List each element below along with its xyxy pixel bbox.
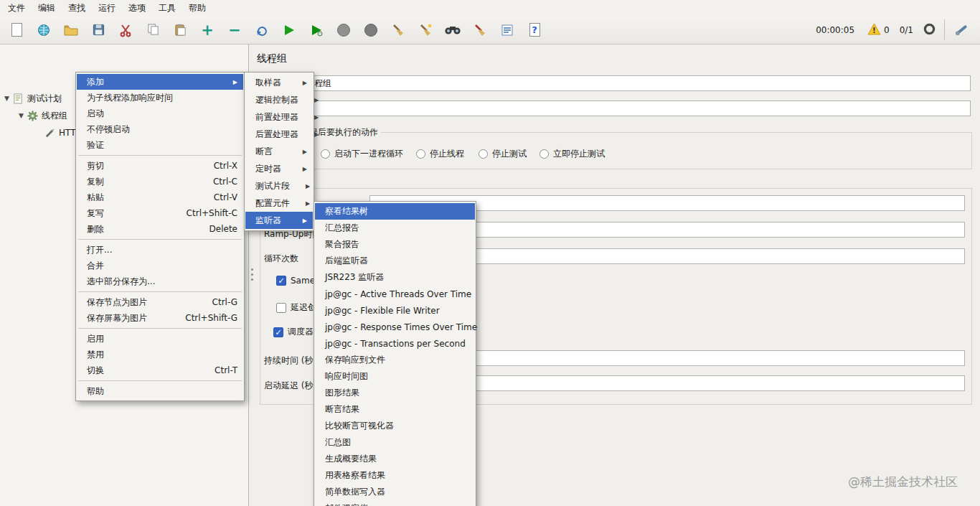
listener-menu-item[interactable]: 汇总报告 xyxy=(315,220,475,236)
scheduler-checkbox[interactable]: 调度器 xyxy=(273,326,314,338)
warning-icon[interactable]: ! xyxy=(867,23,881,37)
split-divider-handle[interactable] xyxy=(251,268,253,271)
add-submenu-item[interactable]: 配置元件 ▶ xyxy=(245,195,313,212)
toggle-icon[interactable] xyxy=(253,21,271,39)
radio-label: 停止测试 xyxy=(492,148,527,160)
listener-menu-item[interactable]: 生成概要结果 xyxy=(315,451,475,467)
listener-menu-item[interactable]: 响应时间图 xyxy=(315,368,475,385)
reset-search-icon[interactable] xyxy=(471,21,489,39)
listener-menu-item[interactable]: jp@gc - Active Threads Over Time xyxy=(315,286,475,302)
context-menu-item[interactable]: 添加 ▶ xyxy=(77,74,243,90)
listener-menu-item[interactable]: 用表格察看结果 xyxy=(315,467,475,484)
listener-submenu: 察看结果树 汇总报告 聚合报告 后端监听器 JSR223 监听器 jp@gc -… xyxy=(314,201,476,506)
context-menu-item[interactable]: 保存屏幕为图片 Ctrl+Shift-G ▶ xyxy=(77,310,243,326)
listener-menu-item[interactable]: jp@gc - Response Times Over Time xyxy=(315,319,475,335)
search-icon[interactable] xyxy=(443,21,462,39)
expander-icon[interactable]: ▼ xyxy=(4,95,9,102)
context-menu-item[interactable]: 验证 ▶ xyxy=(77,137,243,153)
menubar-item[interactable]: 查找 xyxy=(62,0,92,16)
copy-icon[interactable] xyxy=(143,21,162,39)
expander-icon[interactable]: ▼ xyxy=(19,112,24,119)
context-menu-item[interactable]: ▶ xyxy=(77,289,243,294)
listener-menu-item[interactable]: jp@gc - Flexible File Writer xyxy=(315,302,475,319)
listener-menu-item[interactable]: 汇总图 xyxy=(315,434,475,451)
action-radio-option[interactable]: 停止测试 xyxy=(479,148,527,160)
listener-menu-item[interactable]: 察看结果树 xyxy=(315,203,475,220)
clear-all-icon[interactable] xyxy=(416,21,435,39)
context-menu-item[interactable]: 为子线程添加响应时间 ▶ xyxy=(77,90,243,106)
add-submenu-item[interactable]: 取样器 ▶ xyxy=(245,74,313,91)
context-menu-item[interactable]: 打开... ▶ xyxy=(77,242,243,258)
add-submenu-item[interactable]: 测试片段 ▶ xyxy=(245,177,313,195)
radio-icon xyxy=(479,149,488,159)
expand-all-icon[interactable]: + xyxy=(198,21,217,39)
toolbox-icon[interactable] xyxy=(944,19,973,40)
add-submenu-item[interactable]: 逻辑控制器 ▶ xyxy=(245,91,313,108)
comment-field[interactable] xyxy=(301,100,971,116)
paste-icon[interactable] xyxy=(171,21,189,39)
action-radio-option[interactable]: 启动下一进程循环 xyxy=(321,148,403,160)
context-menu-item[interactable]: 不停顿启动 ▶ xyxy=(77,121,243,137)
context-menu-item[interactable]: 启用 ▶ xyxy=(77,331,243,347)
clear-icon[interactable] xyxy=(389,21,407,39)
listener-menu-item[interactable]: 比较断言可视化器 xyxy=(315,418,475,434)
new-file-icon[interactable] xyxy=(7,21,26,39)
context-menu-item[interactable]: 帮助 ▶ xyxy=(77,383,243,399)
listener-menu-item[interactable]: 聚合报告 xyxy=(315,236,475,253)
listener-menu-item[interactable]: 后端监听器 xyxy=(315,253,475,269)
add-submenu-item[interactable]: 前置处理器 ▶ xyxy=(245,108,313,126)
context-menu-item[interactable]: ▶ xyxy=(77,378,243,383)
context-menu-item[interactable]: 保存节点为图片 Ctrl-G ▶ xyxy=(77,294,243,310)
action-radio-option[interactable]: 立即停止测试 xyxy=(540,148,605,160)
menubar-item[interactable]: 运行 xyxy=(92,0,122,16)
context-menu-item[interactable]: 合并 ▶ xyxy=(77,258,243,273)
listener-menu-item[interactable]: 保存响应到文件 xyxy=(315,352,475,368)
menubar-item[interactable]: 帮助 xyxy=(182,0,212,16)
context-menu-item[interactable]: 删除 Delete ▶ xyxy=(77,221,243,237)
listener-menu-item[interactable]: 断言结果 xyxy=(315,401,475,418)
menubar-item[interactable]: 选项 xyxy=(122,0,152,16)
thread-group-gear-icon xyxy=(27,111,38,121)
context-menu-item[interactable]: 复制 Ctrl-C ▶ xyxy=(77,174,243,189)
collapse-all-icon[interactable]: − xyxy=(225,21,244,39)
context-menu-item[interactable]: 复写 Ctrl+Shift-C ▶ xyxy=(77,205,243,221)
listener-menu-item[interactable]: 简单数据写入器 xyxy=(315,484,475,500)
listener-menu-item[interactable]: jp@gc - Transactions per Second xyxy=(315,335,475,352)
open-file-icon[interactable] xyxy=(62,21,80,39)
listener-menu-item[interactable]: 邮件观察仪 xyxy=(315,500,475,506)
add-submenu-item[interactable]: 断言 ▶ xyxy=(245,143,313,160)
name-field[interactable] xyxy=(301,75,971,91)
context-menu-item[interactable]: 粘贴 Ctrl-V ▶ xyxy=(77,189,243,205)
context-menu-item[interactable]: 切换 Ctrl-T ▶ xyxy=(77,362,243,378)
stop-icon[interactable] xyxy=(334,21,353,39)
add-submenu-item[interactable]: 定时器 ▶ xyxy=(245,160,313,177)
context-menu-item[interactable]: ▶ xyxy=(77,326,243,331)
add-submenu-item[interactable]: 监听器 ▶ xyxy=(245,212,313,229)
function-helper-icon[interactable] xyxy=(498,21,517,39)
templates-icon[interactable] xyxy=(34,21,53,39)
tree-node-http-request[interactable]: HTT xyxy=(44,126,75,139)
context-menu-item[interactable]: 禁用 ▶ xyxy=(77,347,243,362)
start-icon[interactable] xyxy=(280,21,298,39)
context-menu-item[interactable]: ▶ xyxy=(77,237,243,242)
listener-menu-item[interactable]: JSR223 监听器 xyxy=(315,269,475,286)
save-icon[interactable] xyxy=(89,21,108,39)
shutdown-icon[interactable] xyxy=(362,21,380,39)
context-menu-item[interactable]: ▶ xyxy=(77,153,243,158)
tree-node-thread-group[interactable]: ▼ 线程组 xyxy=(19,109,67,122)
add-submenu-item[interactable]: 后置处理器 ▶ xyxy=(245,126,313,143)
listener-menu-item[interactable]: 图形结果 xyxy=(315,385,475,401)
menubar-item[interactable]: 编辑 xyxy=(32,0,62,16)
context-menu-item[interactable]: 启动 ▶ xyxy=(77,106,243,121)
context-menu-item[interactable]: 选中部分保存为... ▶ xyxy=(77,273,243,289)
test-plan-icon xyxy=(13,93,24,104)
radio-label: 立即停止测试 xyxy=(553,148,605,160)
action-radio-option[interactable]: 停止线程 xyxy=(416,148,464,160)
start-no-pauses-icon[interactable] xyxy=(307,21,326,39)
menubar-item[interactable]: 工具 xyxy=(152,0,182,16)
tree-node-test-plan[interactable]: ▼ 测试计划 xyxy=(4,92,62,105)
context-menu-item[interactable]: 剪切 Ctrl-X ▶ xyxy=(77,158,243,174)
help-icon[interactable]: ? xyxy=(525,21,544,39)
cut-icon[interactable] xyxy=(116,21,135,39)
menubar-item[interactable]: 文件 xyxy=(1,0,32,16)
